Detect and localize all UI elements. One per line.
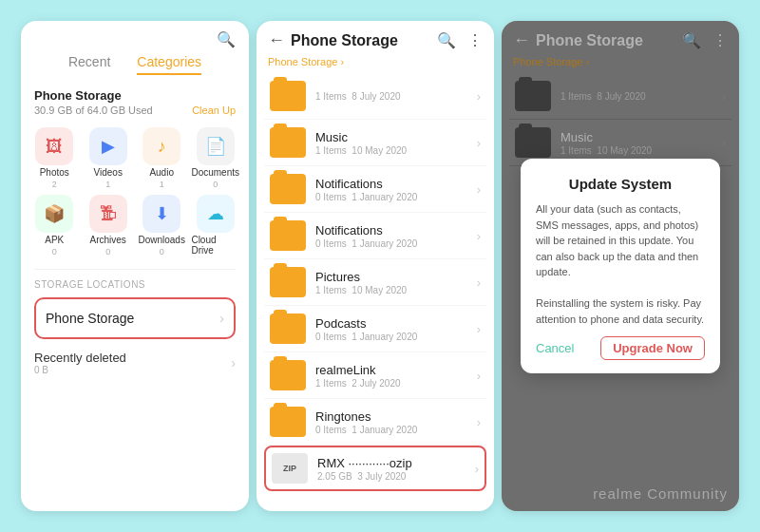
docs-label: Documents	[191, 167, 239, 178]
file-meta: 2.05 GB 3 July 2020	[317, 471, 466, 482]
file-info: realmeLink 1 Items 2 July 2020	[315, 363, 467, 389]
docs-icon: 📄	[197, 127, 235, 165]
storage-title: Phone Storage	[34, 88, 236, 103]
folder-icon	[270, 127, 306, 158]
dialog-body: All your data (such as contacts, SMS mes…	[536, 201, 705, 327]
sc2-breadcrumb: Phone Storage ›	[256, 56, 494, 73]
tab-categories[interactable]: Categories	[137, 54, 201, 75]
file-name: Music	[315, 130, 467, 144]
file-meta: 1 Items 2 July 2020	[315, 378, 467, 389]
sc2-search-icon[interactable]: 🔍	[437, 31, 456, 49]
deleted-sub: 0 B	[34, 365, 126, 375]
screen-3: ← Phone Storage 🔍 ⋮ Phone Storage › 1 It…	[502, 21, 739, 511]
audio-icon: ♪	[142, 127, 180, 165]
file-name: RMX ············ozip	[317, 456, 466, 470]
audio-label: Audio	[149, 167, 174, 178]
cancel-button[interactable]: Cancel	[536, 341, 574, 355]
folder-icon	[270, 174, 306, 204]
file-info: Podcasts 0 Items 1 January 2020	[315, 316, 467, 342]
archives-icon-item[interactable]: 🗜 Archives 0	[84, 195, 131, 257]
file-meta: 0 Items 1 January 2020	[315, 192, 467, 202]
file-item[interactable]: Music 1 Items 10 May 2020 ›	[264, 120, 486, 166]
photos-icon-item[interactable]: 🖼 Photos 2	[30, 127, 78, 189]
sc2-title: Phone Storage	[291, 32, 426, 49]
cloud-icon: ☁	[197, 195, 235, 233]
archives-count: 0	[105, 247, 110, 256]
s1-tabs: Recent Categories	[21, 54, 249, 81]
chevron-right-icon: ›	[475, 462, 479, 476]
downloads-icon: ⬇	[142, 195, 180, 233]
folder-icon	[270, 220, 306, 251]
dialog-overlay: Update System All your data (such as con…	[502, 21, 739, 511]
zip-icon: ZIP	[272, 453, 308, 484]
section-title: Storage Locations	[21, 276, 249, 292]
apk-label: APK	[45, 235, 64, 245]
file-item[interactable]: Notifications 0 Items 1 January 2020 ›	[264, 213, 486, 259]
file-item[interactable]: Notifications 0 Items 1 January 2020 ›	[264, 166, 486, 213]
chevron-right-icon: ›	[477, 229, 481, 243]
back-button[interactable]: ←	[268, 30, 285, 50]
audio-icon-item[interactable]: ♪ Audio 1	[138, 127, 185, 189]
storage-sub: 30.9 GB of 64.0 GB Used Clean Up	[34, 104, 236, 116]
audio-count: 1	[160, 180, 164, 189]
file-item-zip[interactable]: ZIP RMX ············ozip 2.05 GB 3 July …	[264, 446, 486, 491]
apk-icon-item[interactable]: 📦 APK 0	[30, 195, 78, 257]
recently-deleted-item[interactable]: Recently deleted 0 B ›	[21, 345, 249, 381]
photos-count: 2	[52, 180, 57, 189]
chevron-right-icon: ›	[477, 136, 481, 150]
chevron-right-icon: ›	[477, 89, 481, 104]
file-meta: 1 Items 10 May 2020	[315, 285, 467, 295]
sc2-file-list: 1 Items 8 July 2020 › Music 1 Items 10 M…	[256, 73, 494, 511]
icons-grid: 🖼 Photos 2 ▶ Videos 1 ♪ Audio 1 📄 Docume…	[21, 118, 249, 263]
file-name: Pictures	[315, 270, 467, 284]
docs-icon-item[interactable]: 📄 Documents 0	[191, 127, 239, 189]
file-name: Notifications	[315, 177, 467, 191]
cloud-icon-item[interactable]: ☁ Cloud Drive	[191, 195, 239, 257]
file-item[interactable]: 1 Items 8 July 2020 ›	[264, 73, 486, 120]
dialog-title: Update System	[536, 176, 705, 192]
file-info: 1 Items 8 July 2020	[315, 90, 467, 102]
videos-icon-item[interactable]: ▶ Videos 1	[84, 127, 131, 189]
file-info: Music 1 Items 10 May 2020	[315, 130, 467, 156]
file-name: Ringtones	[315, 409, 467, 424]
folder-icon	[270, 81, 306, 111]
apk-icon: 📦	[35, 195, 73, 233]
s1-storage-info: Phone Storage 30.9 GB of 64.0 GB Used Cl…	[21, 81, 249, 118]
upgrade-now-button[interactable]: Upgrade Now	[600, 336, 705, 360]
cleanup-button[interactable]: Clean Up	[192, 104, 236, 116]
file-item[interactable]: Ringtones 0 Items 1 January 2020 ›	[264, 399, 486, 446]
videos-count: 1	[105, 180, 110, 189]
downloads-icon-item[interactable]: ⬇ Downloads 0	[138, 195, 185, 257]
file-info: Ringtones 0 Items 1 January 2020	[315, 409, 467, 435]
file-item[interactable]: Podcasts 0 Items 1 January 2020 ›	[264, 306, 486, 352]
search-icon[interactable]: 🔍	[217, 30, 236, 48]
file-item[interactable]: realmeLink 1 Items 2 July 2020 ›	[264, 352, 486, 399]
downloads-count: 0	[160, 247, 164, 256]
file-info: RMX ············ozip 2.05 GB 3 July 2020	[317, 456, 466, 482]
archives-label: Archives	[90, 235, 126, 245]
file-meta: 1 Items 10 May 2020	[315, 145, 467, 156]
file-meta: 0 Items 1 January 2020	[315, 238, 467, 249]
videos-label: Videos	[94, 167, 123, 178]
screen-2: ← Phone Storage 🔍 ⋮ Phone Storage › 1 It…	[256, 21, 494, 511]
archives-icon: 🗜	[89, 195, 127, 233]
file-name: Podcasts	[315, 316, 467, 331]
tab-recent[interactable]: Recent	[68, 54, 110, 75]
file-info: Notifications 0 Items 1 January 2020	[315, 223, 467, 249]
photos-icon: 🖼	[35, 127, 73, 165]
chevron-right-icon: ›	[477, 182, 481, 197]
screen-1: 🔍 Recent Categories Phone Storage 30.9 G…	[21, 21, 249, 511]
downloads-label: Downloads	[138, 235, 184, 245]
chevron-right-icon: ›	[477, 276, 481, 290]
photos-label: Photos	[40, 167, 69, 178]
sc2-header: ← Phone Storage 🔍 ⋮	[256, 21, 494, 56]
videos-icon: ▶	[89, 127, 127, 165]
folder-icon	[270, 314, 306, 344]
file-name: realmeLink	[315, 363, 467, 377]
deleted-label: Recently deleted	[34, 351, 126, 365]
phone-storage-item[interactable]: Phone Storage ›	[34, 297, 236, 339]
sc2-more-icon[interactable]: ⋮	[467, 31, 483, 49]
file-meta: 0 Items 1 January 2020	[315, 425, 467, 435]
file-item[interactable]: Pictures 1 Items 10 May 2020 ›	[264, 259, 486, 306]
storage-used: 30.9 GB of 64.0 GB Used	[34, 104, 153, 116]
